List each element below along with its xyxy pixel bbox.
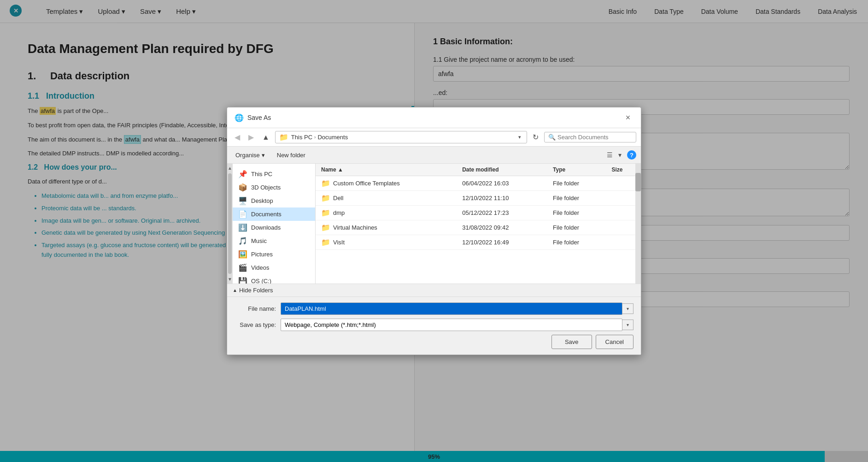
file-type-5: File folder xyxy=(547,235,606,250)
sidebar-pictures-label: Pictures xyxy=(251,251,273,258)
file-name-input[interactable] xyxy=(281,302,622,315)
save-as-type-label: Save as type: xyxy=(235,321,281,328)
dialog-footer: File name: ▾ Save as type: ▾ Save Cancel xyxy=(227,296,641,355)
address-chevron-1: › xyxy=(314,135,316,140)
file-date-2: 12/10/2022 11:10 xyxy=(457,191,547,206)
scroll-thumb xyxy=(228,173,232,274)
save-type-dropdown[interactable]: ▾ xyxy=(622,320,633,330)
sidebar-videos[interactable]: 🎬 Videos xyxy=(233,261,315,274)
sidebar-documents-label: Documents xyxy=(251,211,282,218)
sidebar-downloads-label: Downloads xyxy=(251,224,281,231)
file-row-3[interactable]: 📁dmp 05/12/2022 17:23 File folder xyxy=(316,206,641,220)
file-name-2: Dell xyxy=(333,195,343,201)
hide-folders-bar[interactable]: ▲ Hide Folders xyxy=(227,284,641,296)
refresh-button[interactable]: ↻ xyxy=(530,131,541,143)
help-button[interactable]: ? xyxy=(627,150,636,160)
dialog-footer-buttons: Save Cancel xyxy=(235,335,633,349)
dialog-actions-bar: Organise ▾ New folder ☰ ▾ ? xyxy=(227,147,641,164)
file-list-area: Name ▲ Date modified Type Size 📁Custom O… xyxy=(316,164,641,284)
sidebar-scrollbar: ▲ ▼ xyxy=(227,164,233,284)
file-name-dropdown[interactable]: ▾ xyxy=(622,303,633,314)
sidebar-desktop-label: Desktop xyxy=(251,197,273,204)
organise-button[interactable]: Organise ▾ xyxy=(232,150,269,160)
file-date-5: 12/10/2022 16:49 xyxy=(457,235,547,250)
file-name-3: dmp xyxy=(333,209,345,216)
file-type-4: File folder xyxy=(547,220,606,235)
address-bar[interactable]: 📁 This PC › Documents ▾ xyxy=(275,131,527,143)
forward-button[interactable]: ▶ xyxy=(246,131,257,143)
address-path: This PC › Documents xyxy=(291,134,514,141)
address-part-pc: This PC xyxy=(291,134,312,141)
sidebar-3d-objects[interactable]: 📦 3D Objects xyxy=(233,181,315,194)
file-row-1[interactable]: 📁Custom Office Templates 06/04/2022 16:0… xyxy=(316,176,641,191)
content-scrollbar xyxy=(635,164,641,284)
organise-arrow: ▾ xyxy=(262,152,265,159)
sidebar-3d-objects-label: 3D Objects xyxy=(251,184,281,191)
file-type-1: File folder xyxy=(547,176,606,191)
sidebar-music-label: Music xyxy=(251,237,267,244)
scroll-down-arrow[interactable]: ▼ xyxy=(227,276,233,283)
music-icon: 🎵 xyxy=(238,237,247,245)
file-type-3: File folder xyxy=(547,206,606,220)
content-scroll-thumb xyxy=(635,173,641,191)
organise-label: Organise xyxy=(235,152,260,159)
documents-icon: 📄 xyxy=(238,210,247,219)
address-dropdown-button[interactable]: ▾ xyxy=(516,134,523,141)
cancel-button[interactable]: Cancel xyxy=(596,335,633,349)
view-dropdown-button[interactable]: ▾ xyxy=(616,149,623,160)
dialog-body: ▲ ▼ 📌 This PC 📦 3D Objects 🖥️ Desktop xyxy=(227,164,641,284)
col-date[interactable]: Date modified xyxy=(457,164,547,176)
sidebar-os-c[interactable]: 💾 OS (C:) xyxy=(233,274,315,284)
up-button[interactable]: ▲ xyxy=(259,131,272,143)
file-name-1: Custom Office Templates xyxy=(333,180,400,187)
dialog-toolbar: ◀ ▶ ▲ 📁 This PC › Documents ▾ ↻ 🔍 xyxy=(227,128,641,147)
pictures-icon: 🖼️ xyxy=(238,250,247,259)
this-pc-icon: 📌 xyxy=(238,170,247,178)
address-part-documents: Documents xyxy=(317,134,348,141)
back-button[interactable]: ◀ xyxy=(232,131,243,143)
os-c-icon: 💾 xyxy=(238,277,247,284)
search-icon: 🔍 xyxy=(548,134,556,141)
file-row-4[interactable]: 📁Virtual Machines 31/08/2022 09:42 File … xyxy=(316,220,641,235)
dialog-sidebar: 📌 This PC 📦 3D Objects 🖥️ Desktop 📄 Docu… xyxy=(233,164,316,284)
search-input[interactable] xyxy=(557,134,632,141)
files-table: Name ▲ Date modified Type Size 📁Custom O… xyxy=(316,164,641,250)
file-name-4: Virtual Machines xyxy=(333,224,377,231)
sidebar-this-pc-label: This PC xyxy=(251,171,272,178)
file-name-label: File name: xyxy=(235,305,281,312)
file-type-2: File folder xyxy=(547,191,606,206)
view-toggle: ☰ ▾ xyxy=(605,149,623,160)
sidebar-pictures[interactable]: 🖼️ Pictures xyxy=(233,248,315,261)
videos-icon: 🎬 xyxy=(238,263,247,272)
save-type-input[interactable] xyxy=(281,319,622,331)
file-date-4: 31/08/2022 09:42 xyxy=(457,220,547,235)
search-box: 🔍 xyxy=(544,132,636,142)
file-row-5[interactable]: 📁VisIt 12/10/2022 16:49 File folder xyxy=(316,235,641,250)
downloads-icon: ⬇️ xyxy=(238,223,247,232)
file-name-5: VisIt xyxy=(333,239,345,246)
file-date-3: 05/12/2022 17:23 xyxy=(457,206,547,220)
dialog-titlebar: 🌐 Save As × xyxy=(227,107,641,128)
sidebar-os-c-label: OS (C:) xyxy=(251,278,271,284)
save-type-row: Save as type: ▾ xyxy=(235,319,633,331)
sidebar-documents[interactable]: 📄 Documents xyxy=(233,207,315,221)
view-list-button[interactable]: ☰ xyxy=(605,149,615,160)
col-type[interactable]: Type xyxy=(547,164,606,176)
sidebar-downloads[interactable]: ⬇️ Downloads xyxy=(233,221,315,234)
chevron-up-icon: ▲ xyxy=(233,288,237,293)
save-button[interactable]: Save xyxy=(551,335,592,349)
modal-overlay: 🌐 Save As × ◀ ▶ ▲ 📁 This PC › Documents … xyxy=(0,0,868,462)
sidebar-music[interactable]: 🎵 Music xyxy=(233,234,315,248)
dialog-title: Save As xyxy=(247,114,271,121)
3d-objects-icon: 📦 xyxy=(238,183,247,192)
hide-folders-label: Hide Folders xyxy=(239,287,273,294)
sidebar-this-pc[interactable]: 📌 This PC xyxy=(233,167,315,181)
dialog-close-button[interactable]: × xyxy=(622,112,633,123)
new-folder-button[interactable]: New folder xyxy=(272,150,310,160)
scroll-up-arrow[interactable]: ▲ xyxy=(227,165,233,172)
file-row-2[interactable]: 📁Dell 12/10/2022 11:10 File folder xyxy=(316,191,641,206)
sidebar-videos-label: Videos xyxy=(251,264,270,271)
sidebar-desktop[interactable]: 🖥️ Desktop xyxy=(233,194,315,207)
col-name[interactable]: Name ▲ xyxy=(316,164,457,176)
desktop-icon: 🖥️ xyxy=(238,196,247,205)
